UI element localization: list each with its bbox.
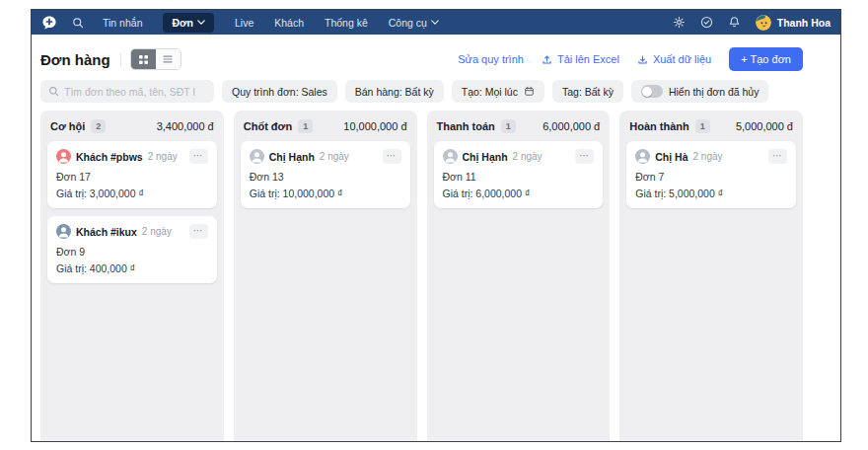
customer-avatar-icon [250,149,264,164]
order-id: Đơn 9 [56,246,208,258]
upload-excel-link[interactable]: Tải lên Excel [542,53,619,65]
column-cards: Chị Hạnh2 ngày⋯Đơn 11Giá trị: 6,000,000 … [427,140,611,217]
filter-chip[interactable]: Quy trình đơn: Sales [222,80,337,103]
order-card[interactable]: Khách #pbws2 ngày⋯Đơn 17Giá trị: 3,000,0… [47,141,217,208]
customer-avatar-icon [56,224,71,239]
nav-right: Thanh Hoa [673,15,831,31]
chevron-down-icon [197,20,205,25]
customer-avatar-icon [56,149,71,164]
export-data-link[interactable]: Xuất dữ liệu [637,53,711,65]
nav-item[interactable]: Tin nhắn [103,17,142,29]
filter-chip[interactable]: Tạo: Mọi lúc [452,80,544,103]
calendar-icon [524,86,535,97]
filter-chip-label: Tag: Bất kỳ [562,86,614,98]
app-window: Tin nhắnĐơnLiveKháchThống kêCông cụ Than… [31,9,841,442]
order-value: Giá trị: 3,000,000 ₫ [56,188,208,199]
customer-avatar-icon [635,149,650,164]
list-view-button[interactable] [156,49,181,69]
order-card[interactable]: Chị Hạnh2 ngày⋯Đơn 11Giá trị: 6,000,000 … [434,141,604,208]
create-order-button[interactable]: + Tạo đơn [729,47,803,71]
page-title: Đơn hàng [40,51,110,68]
column-count-badge: 1 [501,119,516,133]
show-cancelled-label: Hiển thị đơn đã hủy [669,86,760,98]
nav-item-label: Khách [274,17,304,29]
column-header: Hoàn thành15,000,000 đ [619,111,803,140]
order-search-input[interactable] [64,86,206,98]
card-menu-button[interactable]: ⋯ [575,149,594,164]
card-top-row: Khách #ikux2 ngày⋯ [56,224,208,239]
filter-chip[interactable]: Tag: Bất kỳ [552,80,623,103]
card-menu-button[interactable]: ⋯ [383,149,401,164]
order-card[interactable]: Chị Hạnh2 ngày⋯Đơn 13Giá trị: 10,000,000… [241,141,410,208]
nav-item[interactable]: Thống kê [325,17,368,29]
column-total: 10,000,000 đ [343,120,406,132]
order-value: Giá trị: 6,000,000 ₫ [443,188,595,199]
card-age: 2 ngày [148,151,178,162]
divider [120,53,121,66]
toggle-off-icon[interactable] [641,85,663,98]
nav-search-icon[interactable] [72,17,84,29]
column-cards: Chị Hà2 ngày⋯Đơn 7Giá trị: 5,000,000 ₫ [619,140,803,217]
order-id: Đơn 13 [250,171,401,183]
user-name: Thanh Hoa [777,17,831,29]
download-icon [637,54,648,65]
card-menu-button[interactable]: ⋯ [189,224,208,239]
filter-chip-label: Bán hàng: Bất kỳ [355,86,434,98]
nav-item[interactable]: Đơn [163,13,213,33]
kanban-column: Thanh toán16,000,000 đChị Hạnh2 ngày⋯Đơn… [427,111,611,441]
column-total: 6,000,000 đ [542,120,600,132]
settings-gear-icon[interactable] [673,16,686,29]
column-count-badge: 2 [91,119,106,133]
order-id: Đơn 11 [443,171,595,183]
chevron-down-icon [431,20,439,25]
column-cards: Khách #pbws2 ngày⋯Đơn 17Giá trị: 3,000,0… [40,140,224,292]
card-age: 2 ngày [513,151,542,162]
order-id: Đơn 7 [635,171,787,183]
card-age: 2 ngày [693,151,723,162]
filter-chip[interactable]: Bán hàng: Bất kỳ [345,80,444,103]
customer-name: Khách #pbws [76,151,143,163]
order-card[interactable]: Chị Hà2 ngày⋯Đơn 7Giá trị: 5,000,000 ₫ [626,141,796,208]
top-navbar: Tin nhắnĐơnLiveKháchThống kêCông cụ Than… [32,10,840,35]
nav-item-label: Live [235,17,253,29]
order-card[interactable]: Khách #ikux2 ngày⋯Đơn 9Giá trị: 400,000 … [47,216,217,283]
filter-bar: Quy trình đơn: SalesBán hàng: Bất kỳTạo:… [32,80,840,103]
show-cancelled-filter[interactable]: Hiển thị đơn đã hủy [631,80,769,103]
column-header: Chốt đơn110,000,000 đ [234,111,417,140]
column-total: 3,400,000 đ [157,120,214,132]
order-value: Giá trị: 400,000 ₫ [56,262,208,274]
app-logo-icon[interactable] [41,15,57,31]
nav-item-label: Tin nhắn [103,17,142,29]
nav-item-label: Thống kê [325,17,368,29]
customer-name: Khách #ikux [76,226,137,238]
order-value: Giá trị: 10,000,000 ₫ [250,188,401,199]
customer-avatar-icon [443,149,458,164]
customer-name: Chị Hà [655,151,687,163]
customer-name: Chị Hạnh [463,151,508,163]
search-icon [48,86,59,97]
column-header: Thanh toán16,000,000 đ [427,111,611,140]
card-top-row: Chị Hạnh2 ngày⋯ [443,149,595,164]
card-top-row: Khách #pbws2 ngày⋯ [56,149,208,164]
grid-view-button[interactable] [131,49,156,69]
view-toggle [130,48,181,70]
notifications-bell-icon[interactable] [728,16,741,29]
check-circle-icon[interactable] [700,16,713,29]
card-age: 2 ngày [142,226,172,237]
nav-item[interactable]: Khách [274,17,304,29]
card-age: 2 ngày [320,151,349,162]
card-menu-button[interactable]: ⋯ [768,149,787,164]
nav-item[interactable]: Công cụ [389,17,439,29]
page-header: Đơn hàng Sửa quy trình Tải lên Excel Xuấ… [32,35,840,80]
user-avatar [756,15,771,31]
column-cards: Chị Hạnh2 ngày⋯Đơn 13Giá trị: 10,000,000… [234,140,417,217]
card-menu-button[interactable]: ⋯ [189,149,208,164]
edit-workflow-link[interactable]: Sửa quy trình [458,53,524,65]
column-count-badge: 1 [298,119,313,133]
user-menu[interactable]: Thanh Hoa [756,15,831,31]
order-search[interactable] [40,80,214,103]
nav-item[interactable]: Live [235,17,253,29]
kanban-column: Hoàn thành15,000,000 đChị Hà2 ngày⋯Đơn 7… [619,111,803,441]
nav-item-label: Công cụ [389,17,427,29]
order-id: Đơn 17 [56,171,208,183]
